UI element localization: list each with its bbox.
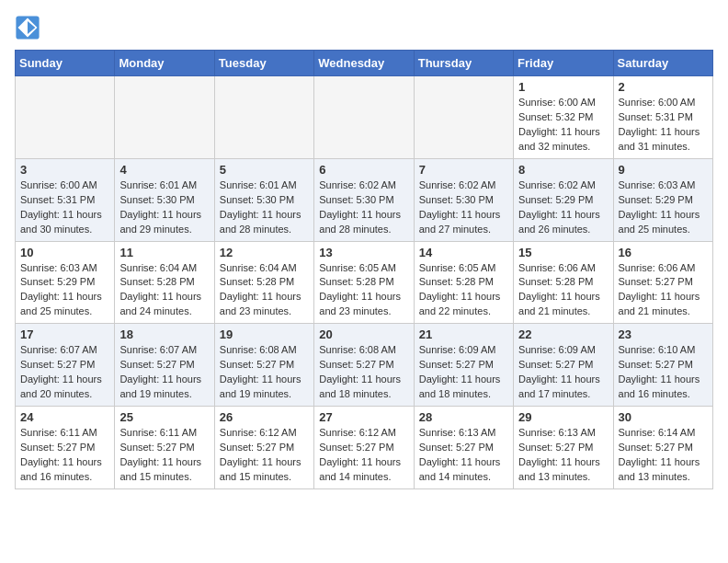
calendar-cell: 10Sunrise: 6:03 AMSunset: 5:29 PMDayligh… <box>16 241 115 324</box>
cell-info: Sunrise: 6:12 AMSunset: 5:27 PMDaylight:… <box>220 426 309 485</box>
calendar-cell: 19Sunrise: 6:08 AMSunset: 5:27 PMDayligh… <box>214 324 313 407</box>
day-number: 10 <box>20 246 109 259</box>
calendar-cell <box>314 76 414 159</box>
cell-info: Sunrise: 6:02 AMSunset: 5:29 PMDaylight:… <box>518 178 608 237</box>
day-number: 19 <box>220 327 309 341</box>
calendar-cell: 20Sunrise: 6:08 AMSunset: 5:27 PMDayligh… <box>314 324 414 407</box>
calendar-cell: 7Sunrise: 6:02 AMSunset: 5:30 PMDaylight… <box>414 158 513 241</box>
day-number: 1 <box>518 80 608 94</box>
weekday-header-wednesday: Wednesday <box>314 51 414 76</box>
day-number: 21 <box>419 327 508 341</box>
calendar-cell: 22Sunrise: 6:09 AMSunset: 5:27 PMDayligh… <box>514 324 613 407</box>
day-number: 18 <box>119 327 209 341</box>
calendar-cell: 17Sunrise: 6:07 AMSunset: 5:27 PMDayligh… <box>16 324 115 407</box>
calendar-row-3: 10Sunrise: 6:03 AMSunset: 5:29 PMDayligh… <box>16 241 713 324</box>
calendar-cell: 27Sunrise: 6:12 AMSunset: 5:27 PMDayligh… <box>314 407 414 489</box>
calendar-cell: 23Sunrise: 6:10 AMSunset: 5:27 PMDayligh… <box>613 324 712 407</box>
day-number: 29 <box>518 410 608 424</box>
day-number: 11 <box>119 246 209 259</box>
cell-info: Sunrise: 6:03 AMSunset: 5:29 PMDaylight:… <box>619 178 708 237</box>
calendar-cell <box>414 76 513 159</box>
weekday-header-row: SundayMondayTuesdayWednesdayThursdayFrid… <box>16 51 713 76</box>
calendar-cell: 11Sunrise: 6:04 AMSunset: 5:28 PMDayligh… <box>115 241 214 324</box>
cell-info: Sunrise: 6:00 AMSunset: 5:31 PMDaylight:… <box>20 178 109 237</box>
calendar-cell: 28Sunrise: 6:13 AMSunset: 5:27 PMDayligh… <box>414 407 513 489</box>
day-number: 13 <box>319 246 408 259</box>
calendar-row-1: 1Sunrise: 6:00 AMSunset: 5:32 PMDaylight… <box>16 76 713 159</box>
day-number: 9 <box>619 163 708 177</box>
logo-icon <box>15 15 40 40</box>
cell-info: Sunrise: 6:09 AMSunset: 5:27 PMDaylight:… <box>419 343 508 402</box>
cell-info: Sunrise: 6:06 AMSunset: 5:28 PMDaylight:… <box>518 261 608 320</box>
day-number: 26 <box>220 410 309 424</box>
cell-info: Sunrise: 6:09 AMSunset: 5:27 PMDaylight:… <box>518 343 608 402</box>
logo <box>15 15 44 40</box>
calendar-cell: 1Sunrise: 6:00 AMSunset: 5:32 PMDaylight… <box>514 76 613 159</box>
day-number: 28 <box>419 410 508 424</box>
day-number: 24 <box>20 410 109 424</box>
day-number: 7 <box>419 163 508 177</box>
calendar-cell: 4Sunrise: 6:01 AMSunset: 5:30 PMDaylight… <box>115 158 214 241</box>
day-number: 25 <box>119 410 209 424</box>
cell-info: Sunrise: 6:13 AMSunset: 5:27 PMDaylight:… <box>419 426 508 485</box>
cell-info: Sunrise: 6:08 AMSunset: 5:27 PMDaylight:… <box>220 343 309 402</box>
calendar-cell <box>214 76 313 159</box>
cell-info: Sunrise: 6:00 AMSunset: 5:31 PMDaylight:… <box>619 96 708 155</box>
cell-info: Sunrise: 6:10 AMSunset: 5:27 PMDaylight:… <box>619 343 708 402</box>
cell-info: Sunrise: 6:00 AMSunset: 5:32 PMDaylight:… <box>518 96 608 155</box>
day-number: 20 <box>319 327 408 341</box>
calendar-cell: 16Sunrise: 6:06 AMSunset: 5:27 PMDayligh… <box>613 241 712 324</box>
calendar-cell: 25Sunrise: 6:11 AMSunset: 5:27 PMDayligh… <box>115 407 214 489</box>
day-number: 23 <box>619 327 708 341</box>
cell-info: Sunrise: 6:11 AMSunset: 5:27 PMDaylight:… <box>20 426 109 485</box>
day-number: 3 <box>20 163 109 177</box>
calendar-row-2: 3Sunrise: 6:00 AMSunset: 5:31 PMDaylight… <box>16 158 713 241</box>
cell-info: Sunrise: 6:12 AMSunset: 5:27 PMDaylight:… <box>319 426 408 485</box>
cell-info: Sunrise: 6:04 AMSunset: 5:28 PMDaylight:… <box>119 261 209 320</box>
day-number: 14 <box>419 246 508 259</box>
day-number: 4 <box>119 163 209 177</box>
page-header <box>15 15 713 40</box>
cell-info: Sunrise: 6:05 AMSunset: 5:28 PMDaylight:… <box>419 261 508 320</box>
weekday-header-sunday: Sunday <box>16 51 115 76</box>
day-number: 12 <box>220 246 309 259</box>
cell-info: Sunrise: 6:02 AMSunset: 5:30 PMDaylight:… <box>419 178 508 237</box>
calendar-cell: 8Sunrise: 6:02 AMSunset: 5:29 PMDaylight… <box>514 158 613 241</box>
cell-info: Sunrise: 6:11 AMSunset: 5:27 PMDaylight:… <box>119 426 209 485</box>
cell-info: Sunrise: 6:03 AMSunset: 5:29 PMDaylight:… <box>20 261 109 320</box>
cell-info: Sunrise: 6:14 AMSunset: 5:27 PMDaylight:… <box>619 426 708 485</box>
calendar-cell: 18Sunrise: 6:07 AMSunset: 5:27 PMDayligh… <box>115 324 214 407</box>
calendar-cell: 14Sunrise: 6:05 AMSunset: 5:28 PMDayligh… <box>414 241 513 324</box>
day-number: 27 <box>319 410 408 424</box>
cell-info: Sunrise: 6:04 AMSunset: 5:28 PMDaylight:… <box>220 261 309 320</box>
cell-info: Sunrise: 6:02 AMSunset: 5:30 PMDaylight:… <box>319 178 408 237</box>
cell-info: Sunrise: 6:05 AMSunset: 5:28 PMDaylight:… <box>319 261 408 320</box>
day-number: 2 <box>619 80 708 94</box>
cell-info: Sunrise: 6:01 AMSunset: 5:30 PMDaylight:… <box>119 178 209 237</box>
weekday-header-saturday: Saturday <box>613 51 712 76</box>
day-number: 30 <box>619 410 708 424</box>
day-number: 8 <box>518 163 608 177</box>
calendar-cell <box>115 76 214 159</box>
calendar-cell: 21Sunrise: 6:09 AMSunset: 5:27 PMDayligh… <box>414 324 513 407</box>
calendar-cell: 6Sunrise: 6:02 AMSunset: 5:30 PMDaylight… <box>314 158 414 241</box>
weekday-header-tuesday: Tuesday <box>214 51 313 76</box>
calendar-cell: 2Sunrise: 6:00 AMSunset: 5:31 PMDaylight… <box>613 76 712 159</box>
weekday-header-thursday: Thursday <box>414 51 513 76</box>
calendar-cell: 29Sunrise: 6:13 AMSunset: 5:27 PMDayligh… <box>514 407 613 489</box>
cell-info: Sunrise: 6:07 AMSunset: 5:27 PMDaylight:… <box>20 343 109 402</box>
calendar-cell: 15Sunrise: 6:06 AMSunset: 5:28 PMDayligh… <box>514 241 613 324</box>
cell-info: Sunrise: 6:08 AMSunset: 5:27 PMDaylight:… <box>319 343 408 402</box>
calendar-cell: 26Sunrise: 6:12 AMSunset: 5:27 PMDayligh… <box>214 407 313 489</box>
calendar-cell <box>16 76 115 159</box>
calendar-row-4: 17Sunrise: 6:07 AMSunset: 5:27 PMDayligh… <box>16 324 713 407</box>
calendar-cell: 24Sunrise: 6:11 AMSunset: 5:27 PMDayligh… <box>16 407 115 489</box>
day-number: 22 <box>518 327 608 341</box>
calendar-cell: 5Sunrise: 6:01 AMSunset: 5:30 PMDaylight… <box>214 158 313 241</box>
calendar-table: SundayMondayTuesdayWednesdayThursdayFrid… <box>15 50 713 489</box>
cell-info: Sunrise: 6:06 AMSunset: 5:27 PMDaylight:… <box>619 261 708 320</box>
day-number: 5 <box>220 163 309 177</box>
calendar-row-5: 24Sunrise: 6:11 AMSunset: 5:27 PMDayligh… <box>16 407 713 489</box>
calendar-cell: 3Sunrise: 6:00 AMSunset: 5:31 PMDaylight… <box>16 158 115 241</box>
day-number: 15 <box>518 246 608 259</box>
